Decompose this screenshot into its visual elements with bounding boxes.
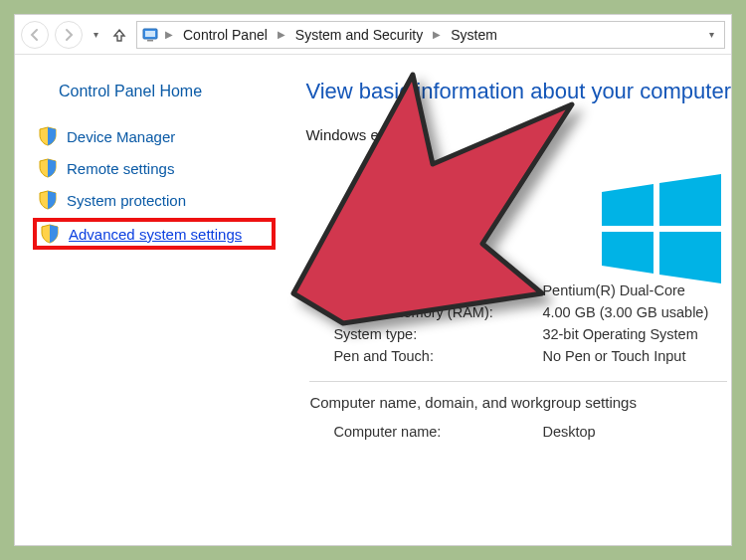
breadcrumb-item[interactable]: System and Security xyxy=(291,27,427,43)
sidebar-item-remote-settings[interactable]: Remote settings xyxy=(33,154,276,182)
page-title: View basic information about your comput… xyxy=(305,79,731,104)
sidebar-item-label: Device Manager xyxy=(67,128,175,145)
sidebar-item-label: Advanced system settings xyxy=(69,226,242,243)
spec-value: No Pen or Touch Input xyxy=(542,348,685,364)
sidebar-item-advanced-system-settings[interactable]: Advanced system settings xyxy=(33,218,276,250)
back-button[interactable] xyxy=(21,21,49,49)
shield-icon xyxy=(39,126,57,146)
breadcrumb-separator[interactable]: ▶ xyxy=(163,29,175,40)
up-button[interactable] xyxy=(108,24,130,46)
sidebar-title[interactable]: Control Panel Home xyxy=(59,83,276,100)
spec-value: 4.00 GB (3.00 GB usable) xyxy=(542,304,708,320)
breadcrumb-separator[interactable]: ▶ xyxy=(276,29,287,40)
sidebar-item-label: Remote settings xyxy=(67,160,174,177)
network-heading: Computer name, domain, and workgroup set… xyxy=(309,394,731,411)
breadcrumb-item[interactable]: Control Panel xyxy=(179,27,272,43)
sidebar-item-label: System protection xyxy=(67,192,186,209)
spec-key: System type: xyxy=(333,326,542,342)
spec-row-type: System type: 32-bit Operating System xyxy=(305,323,731,345)
shield-icon xyxy=(39,158,57,178)
spec-key: Computer name: xyxy=(333,424,542,440)
spec-key: Processor: xyxy=(333,282,542,298)
windows-edition-label: Windows edition xyxy=(305,126,731,143)
address-dropdown[interactable]: ▾ xyxy=(703,29,720,40)
sidebar-item-device-manager[interactable]: Device Manager xyxy=(33,122,276,150)
divider xyxy=(309,381,727,382)
address-bar[interactable]: ▶ Control Panel ▶ System and Security ▶ … xyxy=(136,21,725,49)
forward-button[interactable] xyxy=(55,21,83,49)
system-icon xyxy=(141,26,159,44)
spec-value: 32-bit Operating System xyxy=(542,326,697,342)
sidebar-item-system-protection[interactable]: System protection xyxy=(33,186,276,214)
recent-locations-dropdown[interactable]: ▾ xyxy=(89,29,102,40)
shield-icon xyxy=(39,190,57,210)
spec-row-ram: Installed memory (RAM): 4.00 GB (3.00 GB… xyxy=(305,301,731,323)
spec-row-pen-touch: Pen and Touch: No Pen or Touch Input xyxy=(305,345,731,367)
breadcrumb-separator[interactable]: ▶ xyxy=(431,29,443,40)
spec-key: Pen and Touch: xyxy=(333,348,542,364)
main-panel: View basic information about your comput… xyxy=(285,55,731,545)
navigation-bar: ▾ ▶ Control Panel ▶ System and Security … xyxy=(15,15,731,55)
breadcrumb-item[interactable]: System xyxy=(447,27,501,43)
shield-icon xyxy=(41,224,59,244)
svg-rect-1 xyxy=(145,31,155,37)
spec-key: Installed memory (RAM): xyxy=(333,304,542,320)
spec-value: Desktop xyxy=(542,424,595,440)
spec-row-computer-name: Computer name: Desktop xyxy=(305,421,731,443)
sidebar: Control Panel Home Device Manager Remote… xyxy=(15,55,285,545)
svg-rect-2 xyxy=(147,40,153,42)
windows-logo xyxy=(592,174,731,287)
control-panel-window: ▾ ▶ Control Panel ▶ System and Security … xyxy=(14,14,732,546)
